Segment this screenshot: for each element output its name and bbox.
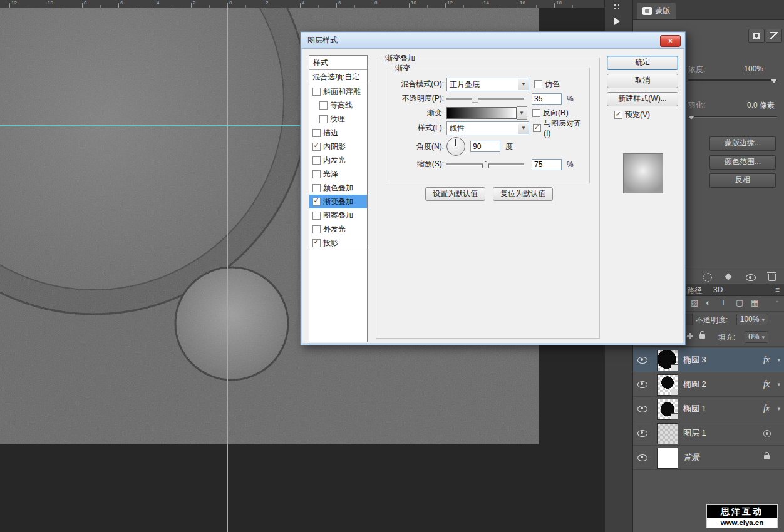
style-checkbox[interactable] bbox=[312, 170, 321, 178]
style-item[interactable]: 纹理 bbox=[309, 112, 367, 126]
close-icon[interactable]: × bbox=[660, 35, 681, 47]
ok-button[interactable]: 确定 bbox=[607, 56, 678, 70]
scale-slider-thumb[interactable] bbox=[482, 161, 489, 168]
fx-expand-icon[interactable]: ▾ bbox=[777, 348, 780, 372]
filter-shape-layers-icon[interactable]: ▢ bbox=[736, 298, 743, 307]
reset-default-button[interactable]: 复位为默认值 bbox=[493, 187, 553, 201]
lock-position-icon[interactable] bbox=[687, 333, 693, 339]
style-item[interactable]: 光泽 bbox=[309, 167, 367, 181]
density-slider-handle[interactable] bbox=[771, 77, 777, 83]
style-item[interactable]: 内发光 bbox=[309, 153, 367, 167]
layer-thumbnail[interactable] bbox=[657, 374, 678, 396]
density-slider[interactable] bbox=[688, 79, 777, 81]
apply-mask-icon[interactable] bbox=[725, 273, 731, 280]
style-checkbox[interactable] bbox=[312, 184, 321, 192]
dialog-titlebar[interactable]: 图层样式 × bbox=[301, 33, 684, 49]
blend-mode-dropdown-fragment[interactable] bbox=[685, 314, 693, 325]
set-default-button[interactable]: 设置为默认值 bbox=[425, 187, 485, 201]
expand-panel-icon[interactable] bbox=[614, 18, 620, 25]
load-selection-icon[interactable] bbox=[703, 273, 712, 282]
fx-expand-icon[interactable]: ▾ bbox=[777, 372, 780, 396]
scale-input[interactable] bbox=[532, 159, 562, 170]
visibility-toggle[interactable] bbox=[633, 348, 652, 372]
opacity-slider-thumb[interactable] bbox=[472, 96, 478, 103]
gradient-picker-chevron-icon[interactable]: ▼ bbox=[517, 106, 527, 120]
layer-thumbnail[interactable] bbox=[657, 448, 678, 469]
filter-adjustment-layers-icon[interactable]: ◐ bbox=[706, 298, 711, 307]
collapse-panels-icon[interactable] bbox=[613, 3, 622, 12]
style-checkbox[interactable] bbox=[312, 143, 321, 151]
style-item[interactable]: 等高线 bbox=[309, 98, 367, 112]
style-checkbox[interactable] bbox=[319, 101, 328, 110]
new-style-button[interactable]: 新建样式(W)... bbox=[607, 92, 678, 106]
style-checkbox[interactable] bbox=[312, 212, 321, 220]
layer-thumbnail[interactable] bbox=[657, 350, 678, 371]
fx-badge[interactable]: fx bbox=[763, 372, 770, 396]
style-checkbox[interactable] bbox=[312, 156, 321, 165]
style-item[interactable]: 描边 bbox=[309, 126, 367, 140]
filter-pixel-layers-icon[interactable]: ▨ bbox=[691, 298, 698, 307]
layer-row[interactable]: 椭圆 2 fx ▾ bbox=[633, 372, 784, 397]
reverse-checkbox[interactable] bbox=[532, 109, 540, 117]
layer-thumbnail[interactable] bbox=[657, 423, 678, 444]
preview-checkbox[interactable] bbox=[614, 111, 622, 119]
visibility-toggle[interactable] bbox=[633, 421, 652, 445]
layer-thumbnail[interactable] bbox=[657, 399, 678, 420]
angle-dial[interactable] bbox=[446, 137, 465, 156]
mask-edge-button[interactable]: 蒙版边缘... bbox=[709, 136, 776, 151]
add-vector-mask-button[interactable] bbox=[766, 29, 782, 43]
opacity-dropdown[interactable]: 100%▾ bbox=[736, 314, 768, 325]
opacity-input[interactable] bbox=[532, 93, 562, 105]
style-item[interactable]: 内阴影 bbox=[309, 140, 367, 153]
tab-paths[interactable]: 路径 bbox=[687, 285, 702, 296]
style-dropdown[interactable]: 线性 ▼ bbox=[446, 121, 529, 135]
style-checkbox[interactable] bbox=[312, 198, 321, 206]
style-item[interactable]: 外发光 bbox=[309, 222, 367, 236]
add-pixel-mask-button[interactable] bbox=[748, 29, 765, 43]
opacity-slider[interactable] bbox=[446, 98, 524, 100]
gradient-preview[interactable] bbox=[446, 107, 517, 119]
style-item[interactable]: 渐变叠加 bbox=[309, 195, 367, 208]
filter-smart-objects-icon[interactable]: ▦ bbox=[751, 298, 758, 307]
disable-mask-eye-icon[interactable] bbox=[746, 274, 756, 281]
scale-slider[interactable] bbox=[446, 163, 524, 166]
cancel-button[interactable]: 取消 bbox=[607, 74, 678, 88]
style-checkbox[interactable] bbox=[312, 88, 321, 96]
ruler[interactable]: 12108642024681012141618 bbox=[0, 0, 604, 8]
layer-row[interactable]: 图层 1 bbox=[633, 421, 784, 446]
layer-row[interactable]: 椭圆 3 fx ▾ bbox=[633, 348, 784, 372]
layer-row[interactable]: 背景 bbox=[633, 446, 784, 470]
dither-checkbox[interactable] bbox=[534, 80, 542, 88]
blend-mode-dropdown[interactable]: 正片叠底 ▼ bbox=[446, 78, 529, 91]
align-checkbox[interactable] bbox=[533, 124, 541, 132]
layer-row[interactable]: 椭圆 1 fx ▾ bbox=[633, 397, 784, 421]
visibility-toggle[interactable] bbox=[633, 397, 652, 421]
style-checkbox[interactable] bbox=[312, 239, 321, 247]
color-range-button[interactable]: 颜色范围... bbox=[709, 155, 776, 170]
vertical-guide[interactable] bbox=[227, 8, 228, 532]
style-checkbox[interactable] bbox=[312, 225, 321, 233]
fx-badge[interactable]: fx bbox=[763, 348, 770, 372]
style-checkbox[interactable] bbox=[312, 129, 321, 137]
invert-button[interactable]: 反相 bbox=[709, 173, 776, 188]
style-item[interactable]: 斜面和浮雕 bbox=[309, 84, 367, 98]
style-item[interactable]: 颜色叠加 bbox=[309, 181, 367, 195]
angle-input[interactable] bbox=[470, 141, 500, 152]
style-checkbox[interactable] bbox=[319, 115, 328, 123]
delete-mask-trash-icon[interactable] bbox=[768, 274, 776, 281]
fill-dropdown[interactable]: 0%▾ bbox=[745, 331, 768, 343]
lock-all-icon[interactable] bbox=[699, 334, 705, 339]
visibility-toggle[interactable] bbox=[633, 446, 652, 469]
feather-slider-handle[interactable] bbox=[688, 113, 694, 120]
panel-menu-icon[interactable]: ≡ bbox=[775, 285, 780, 294]
fx-badge[interactable]: fx bbox=[763, 397, 770, 421]
feather-slider[interactable] bbox=[688, 116, 777, 118]
visibility-toggle[interactable] bbox=[633, 372, 652, 396]
style-item[interactable]: 图案叠加 bbox=[309, 208, 367, 222]
style-item[interactable]: 投影 bbox=[309, 236, 367, 250]
blending-options-item[interactable]: 混合选项:自定 bbox=[309, 70, 367, 84]
fx-expand-icon[interactable]: ▾ bbox=[777, 397, 780, 421]
tab-masks[interactable]: 蒙版 bbox=[637, 3, 676, 19]
tab-3d[interactable]: 3D bbox=[713, 285, 723, 294]
filter-toggle-icon[interactable]: ◦ bbox=[776, 298, 778, 305]
